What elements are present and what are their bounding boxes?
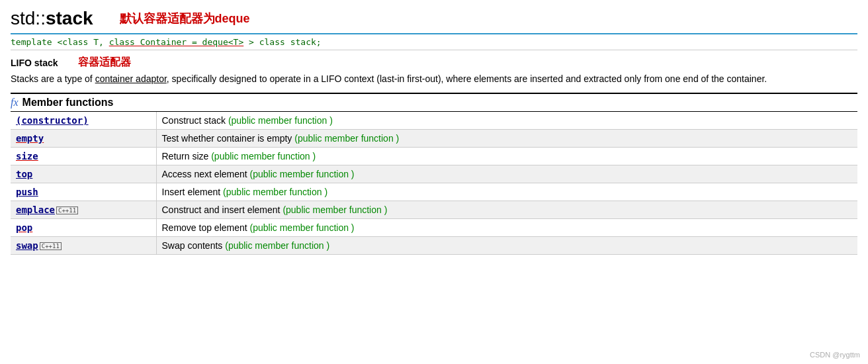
desc-cell: Return size (public member function ) <box>156 148 857 165</box>
table-row: swapC++11Swap contents (public member fu… <box>11 237 857 255</box>
func-link[interactable]: size <box>16 151 38 161</box>
func-cell: swapC++11 <box>11 237 156 255</box>
template-line: template <class T, class Container = deq… <box>11 33 857 50</box>
func-link[interactable]: top <box>16 169 32 179</box>
table-row: pushInsert element (public member functi… <box>11 183 857 201</box>
table-row: topAccess next element (public member fu… <box>11 165 857 183</box>
desc-green: (public member function ) <box>282 205 387 215</box>
cpp11-badge: C++11 <box>56 206 78 214</box>
desc-green: (public member function ) <box>294 133 399 144</box>
desc-green: (public member function ) <box>211 151 316 161</box>
desc-cell: Insert element (public member function ) <box>156 183 857 201</box>
annotation-container: 容器适配器 <box>78 56 131 69</box>
desc-cell: Access next element (public member funct… <box>156 165 857 183</box>
desc-green: (public member function ) <box>223 187 327 197</box>
member-functions-title: Member functions <box>22 97 114 109</box>
title-row: std::stack 默认容器适配器为deque <box>11 8 857 29</box>
annotation-deque: 默认容器适配器为deque <box>120 11 250 26</box>
func-link[interactable]: swap <box>16 240 38 251</box>
func-link[interactable]: (constructor) <box>16 115 89 126</box>
description-text: Stacks are a type of container adaptor, … <box>11 72 857 86</box>
func-link[interactable]: empty <box>16 133 44 144</box>
description-section: LIFO stack 容器适配器 Stacks are a type of co… <box>11 56 857 86</box>
func-link[interactable]: pop <box>16 222 32 233</box>
func-cell: size <box>11 148 156 165</box>
table-row: popRemove top element (public member fun… <box>11 219 857 237</box>
container-adaptor-link[interactable]: container adaptor <box>95 73 167 84</box>
desc-green: (public member function ) <box>225 240 329 251</box>
desc-green: (public member function ) <box>250 222 355 233</box>
fx-icon: fx <box>11 97 19 109</box>
func-cell: pop <box>11 219 156 237</box>
lifo-row: LIFO stack 容器适配器 <box>11 56 857 69</box>
table-row: sizeReturn size (public member function … <box>11 148 857 165</box>
func-cell: push <box>11 183 156 201</box>
func-cell: emplaceC++11 <box>11 201 156 219</box>
func-cell: empty <box>11 130 156 148</box>
func-link[interactable]: push <box>16 187 38 197</box>
desc-text2: , specifically designed to operate in a … <box>167 73 767 84</box>
desc-text1: Stacks are a type of <box>11 73 95 84</box>
desc-cell: Construct stack (public member function … <box>156 112 857 130</box>
desc-cell: Test whether container is empty (public … <box>156 130 857 148</box>
table-row: emplaceC++11Construct and insert element… <box>11 201 857 219</box>
page-title: std::stack <box>11 8 93 29</box>
member-functions-table: (constructor)Construct stack (public mem… <box>11 112 857 255</box>
desc-cell: Construct and insert element (public mem… <box>156 201 857 219</box>
table-row: (constructor)Construct stack (public mem… <box>11 112 857 130</box>
desc-green: (public member function ) <box>228 115 333 126</box>
func-cell: (constructor) <box>11 112 156 130</box>
desc-green: (public member function ) <box>250 169 355 179</box>
func-link[interactable]: emplace <box>16 205 55 215</box>
cpp11-badge: C++11 <box>40 242 62 250</box>
lifo-label: LIFO stack <box>11 58 58 68</box>
desc-cell: Swap contents (public member function ) <box>156 237 857 255</box>
member-functions-header: fx Member functions <box>11 93 857 112</box>
table-row: emptyTest whether container is empty (pu… <box>11 130 857 148</box>
desc-cell: Remove top element (public member functi… <box>156 219 857 237</box>
func-cell: top <box>11 165 156 183</box>
